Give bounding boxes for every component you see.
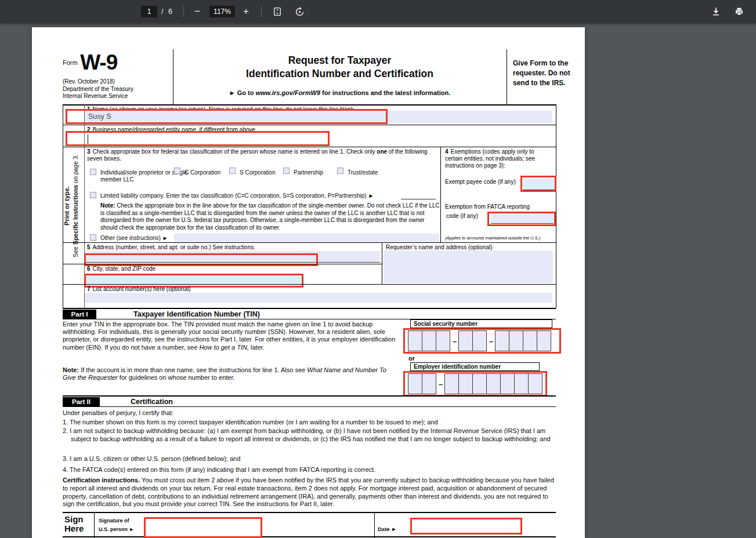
row-rule [63,125,556,125]
ssn-dash: – [450,337,459,346]
header-bottom-rule [63,104,556,106]
or-label: or [408,355,415,362]
checkbox-partnership[interactable] [283,168,290,174]
ssn-cell[interactable] [472,330,487,351]
ein-cell[interactable] [458,373,473,394]
checkbox-trust-estate[interactable] [337,168,343,174]
ein-cell[interactable] [486,373,501,394]
checkbox-c-corporation[interactable] [174,168,180,174]
ssn-cell[interactable] [523,330,537,351]
line4-label: 4Exemptions (codes apply only to certain… [445,148,553,169]
form-word: Form [63,59,78,66]
line6-label: 6City, state, and ZIP code [87,266,155,272]
checkbox-s-corporation[interactable] [229,168,236,174]
ein-cell[interactable] [444,373,459,394]
llc-note: Note: Check the appropriate box in the l… [100,202,440,231]
page-number-input[interactable]: 1 [141,6,157,17]
pdf-page: Form W-9 (Rev. October 2018) Department … [32,27,585,538]
part2-intro: Under penalties of perjury, I certify th… [63,409,173,416]
ssn-cell[interactable] [458,330,473,351]
cert-item-2: 2. I am not subject to backup withholdin… [63,427,555,444]
form-agency: Internal Revenue Service [63,93,128,100]
ein-cell[interactable] [408,373,422,394]
ssn-cell[interactable] [422,330,436,351]
print-icon [734,6,744,17]
ein-dash: – [436,380,445,388]
print-button[interactable] [732,5,746,19]
ein-cell[interactable] [528,373,542,394]
signature-field[interactable] [144,517,262,538]
part2-heading: Certification [131,398,173,406]
signature-label-2: U.S. person ► [99,526,134,532]
ssn-cells: – – [405,330,559,352]
cert-item-3: 3. I am a U.S. citizen or other U.S. per… [63,455,555,463]
part1-heading: Taxpayer Identification Number (TIN) [133,310,260,318]
toolbar-divider [183,6,184,17]
zoom-in-button[interactable]: + [239,5,253,19]
ein-cell[interactable] [422,373,436,394]
header-divider [507,49,507,104]
date-field[interactable] [410,518,522,535]
account-numbers-input[interactable] [85,293,552,303]
sign-word: Sign [64,514,84,524]
form-department: Department of the Treasury [63,86,133,93]
col-divider [440,147,441,242]
other-input[interactable] [174,234,439,242]
checkbox-partnership-label: Partnership [294,169,323,176]
applies-note: (Applies to accounts maintained outside … [445,235,540,242]
rotate-icon [294,6,305,17]
signature-label-1: Signature of [99,518,129,524]
ein-cells: – [405,373,545,395]
irs-url: www.irs.gov/FormW9 [255,89,320,96]
page-separator: / [161,8,163,16]
sign-bottom-rule [63,536,556,537]
date-label: Date ► [378,526,397,532]
line3-label: 3Check appropriate box for federal tax c… [87,148,438,162]
checkbox-other[interactable] [90,234,96,241]
ein-field-group[interactable]: – [403,371,547,397]
ssn-field-group[interactable]: – – [403,328,561,354]
requester-input[interactable] [384,250,553,283]
ein-cell[interactable] [500,373,515,394]
llc-classification-input[interactable] [401,192,436,199]
highlight-box-fatca [487,212,556,226]
ssn-cell[interactable] [436,330,450,351]
part2-top-rule [63,395,556,397]
ein-cell[interactable] [472,373,487,394]
sign-top-rule [63,512,556,513]
ssn-cell[interactable] [408,330,422,351]
checkbox-individual[interactable] [90,169,96,175]
checkbox-s-corporation-label: S Corporation [240,169,276,176]
line5-label: 5Address (number, street, and apt. or su… [87,244,255,251]
exempt-payee-label: Exempt payee code (if any) [445,179,516,186]
ssn-cell[interactable] [509,330,523,351]
fatca-label-1: Exemption from FATCA reporting [445,203,530,210]
line7-label: 7List account number(s) here (optional) [87,286,191,293]
cert-item-1: 1. The number shown on this form is my c… [63,419,555,427]
part1-paragraph: Enter your TIN in the appropriate box. T… [63,321,396,351]
ssn-cell[interactable] [495,330,509,351]
checkbox-other-label: Other (see instructions) ► [100,235,168,242]
checkbox-c-corporation-label: C Corporation [185,169,220,176]
fatca-label-2: code (if any) [446,213,478,220]
rotate-button[interactable] [292,5,306,19]
checkbox-trust-estate-label: Trust/estate [348,169,378,176]
fit-to-page-button[interactable] [270,5,284,19]
download-button[interactable] [709,5,723,19]
ein-cell[interactable] [514,373,529,394]
download-icon [711,6,721,17]
row-rule [63,147,556,147]
give-form-note: Give Form to the requester. Do not send … [513,59,584,88]
here-word: Here [64,524,84,533]
cert-item-4: 4. The FATCA code(s) entered on this for… [63,466,555,474]
part1-note: Note: If the account is in more than one… [63,366,396,381]
part1-badge: Part I [63,310,96,319]
form-right-border [556,104,556,308]
ein-label-box: Employer identification number [410,362,540,371]
ssn-dash: – [487,337,495,346]
zoom-out-button[interactable]: − [190,5,204,19]
checkbox-llc[interactable] [90,192,96,198]
ssn-cell[interactable] [537,330,551,351]
form-header: Form W-9 (Rev. October 2018) Department … [63,49,556,104]
zoom-level-input[interactable]: 117% [209,6,235,17]
